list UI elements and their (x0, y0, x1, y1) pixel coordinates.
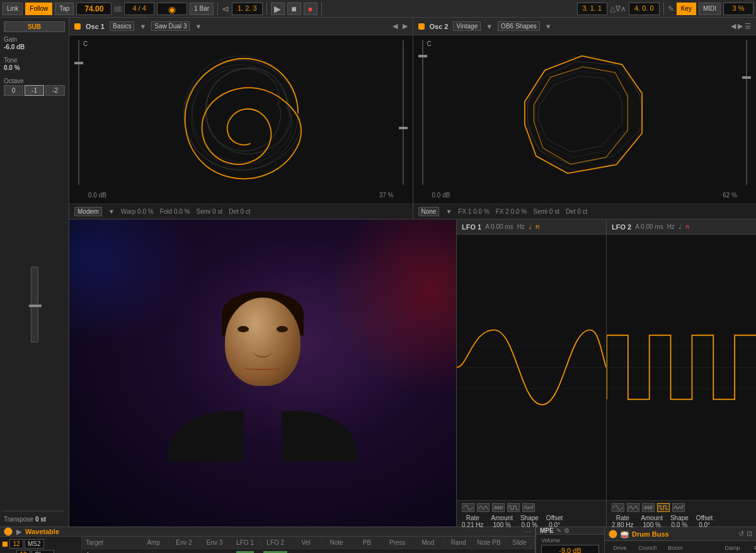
main-content: SUB Gain -6.0 dB Tone 0.0 % Octave 0 -1 … (0, 18, 756, 527)
lfo1-note-icon[interactable]: ♩ (529, 223, 532, 230)
osc1-level-slider[interactable] (74, 40, 83, 185)
wt-preset-num2[interactable]: 12 (16, 550, 30, 553)
lfo1-saw-btn[interactable] (492, 503, 505, 512)
wavetable-title: Wavetable (25, 528, 59, 535)
wt-preset-num1[interactable]: 12 (9, 539, 23, 549)
osc1-warp-arrow[interactable]: ▼ (108, 208, 115, 215)
mod-amp-env2[interactable] (169, 549, 199, 553)
osc1-display[interactable]: C (69, 35, 413, 204)
mod-matrix: Target Amp Env 2 Env 3 LFO 1 LFO 2 Vel N… (82, 537, 535, 553)
mod-amp-notepb[interactable] (474, 549, 504, 553)
midi-button[interactable]: MIDI (699, 3, 721, 15)
mod-note-header: Note (321, 539, 352, 546)
drum-menu-1[interactable]: ↺ (738, 530, 744, 538)
mod-amp-lfo2[interactable]: 50 (261, 549, 291, 553)
mod-amp-note[interactable] (321, 549, 352, 553)
osc2-wavetable[interactable]: OB6 Shapes (498, 21, 540, 31)
lfo2-display[interactable] (607, 235, 756, 500)
lfo2-note-icon[interactable]: ♩ (679, 223, 682, 230)
osc1-arrow[interactable]: ▼ (139, 23, 146, 30)
mod-amp-press[interactable] (382, 549, 413, 553)
arr-back-icon[interactable]: ⊲ (222, 4, 229, 14)
lfo2-square-btn[interactable] (657, 503, 670, 512)
record-button[interactable]: ● (304, 3, 318, 15)
lfo2-sine-btn[interactable] (612, 503, 624, 512)
osc1-next[interactable]: ▶ (403, 22, 408, 30)
sub-slider[interactable] (31, 267, 38, 342)
osc1-db-label: 0.0 dB (88, 192, 106, 199)
osc2-category[interactable]: Vintage (453, 21, 481, 31)
lfo2-saw-btn[interactable] (642, 503, 655, 512)
osc2-pan-slider[interactable] (742, 40, 751, 185)
osc1-warp-mode[interactable]: Modern (74, 207, 102, 216)
lfo1-square-btn[interactable] (507, 503, 520, 512)
lfo1-sine-btn[interactable] (462, 503, 474, 512)
osc2-c-label: C (427, 40, 432, 47)
oct-neg1-button[interactable]: -1 (25, 85, 44, 96)
mod-amp-rand[interactable] (444, 549, 474, 553)
wt-preset-name1[interactable]: MS2 (25, 539, 44, 549)
wavetable-menu[interactable]: ⋯ (525, 528, 531, 535)
stop-button[interactable]: ■ (287, 3, 301, 15)
wavetable-power[interactable] (4, 527, 13, 536)
mod-amp-slide[interactable] (505, 549, 535, 553)
link-button[interactable]: Link (3, 3, 23, 15)
osc2-prev[interactable]: ◀ (731, 22, 736, 30)
osc2-display[interactable]: C (413, 35, 757, 204)
osc2-none-arrow[interactable]: ▼ (445, 208, 452, 215)
osc2-level-slider[interactable] (418, 40, 427, 185)
osc1-wavetable[interactable]: Saw Dual 3 (151, 21, 190, 31)
left-eye (238, 326, 249, 332)
osc1-pan-slider[interactable] (399, 40, 408, 185)
octave-buttons: 0 -1 -2 (4, 85, 65, 96)
wavetable-collapse[interactable]: ▶ (16, 528, 21, 536)
lfo2-r-icon[interactable]: R (685, 224, 690, 230)
mod-amp-lfo1[interactable]: 22 (230, 549, 260, 553)
lfo2-tri-btn[interactable] (627, 503, 639, 512)
osc1-det-val: Det 0 ct (229, 208, 250, 215)
mod-amp-amp[interactable] (139, 549, 169, 553)
follow-button[interactable]: Follow (25, 3, 52, 15)
key-button[interactable]: Key (677, 3, 696, 15)
mod-amp-env3[interactable] (200, 549, 230, 553)
drum-menu-2[interactable]: ⊡ (747, 530, 752, 538)
mpe-settings-icon[interactable]: ⚙ (564, 527, 570, 534)
bar-select[interactable]: 1 Bar (190, 3, 214, 15)
tempo-display[interactable]: 74.00 (76, 3, 112, 15)
oct-0-button[interactable]: 0 (4, 85, 23, 96)
osc2-arrow[interactable]: ▼ (486, 23, 493, 30)
wavetable-body: 12 MS2 → ⊿ 12 Clean (0, 537, 535, 553)
wt-preset-name2[interactable]: Clean (32, 550, 54, 553)
mod-amp-vel[interactable] (291, 549, 321, 553)
lfo1-sample-btn[interactable] (522, 503, 535, 512)
tap-button[interactable]: Tap (55, 3, 74, 15)
osc1-prev[interactable]: ◀ (392, 22, 398, 30)
time-signature[interactable]: 4 / 4 (124, 3, 154, 15)
mod-amp-pb[interactable] (352, 549, 382, 553)
osc1-led[interactable] (74, 23, 81, 30)
oct-neg2-button[interactable]: -2 (45, 85, 65, 96)
osc1-wavetable-arrow[interactable]: ▼ (195, 23, 202, 30)
lfo1-r-icon[interactable]: R (536, 224, 540, 230)
pen-icon[interactable]: ✎ (668, 4, 674, 13)
mpe-volume-label: Volume (541, 537, 599, 544)
osc2-wt-arrow[interactable]: ▼ (545, 23, 552, 30)
mod-target-header: Target (82, 539, 139, 546)
osc2-none-btn[interactable]: None (418, 207, 440, 216)
play-button[interactable]: ▶ (271, 3, 285, 15)
lfo1: LFO 1 A 0.00 ms Hz ♩ R (457, 219, 607, 527)
osc2-led[interactable] (418, 23, 425, 30)
lfo2-sample-btn[interactable] (672, 503, 685, 512)
lfo1-display[interactable] (457, 235, 606, 500)
osc2-menu-icon[interactable]: ☰ (745, 22, 751, 30)
mpe-edit-icon[interactable]: ✎ (556, 527, 561, 534)
osc2-next[interactable]: ▶ (738, 22, 743, 30)
lfo1-tri-btn[interactable] (477, 503, 490, 512)
loop-btn[interactable]: ◉ (157, 3, 187, 15)
transport-pos: 1. 2. 3 (232, 3, 263, 15)
mod-amp-mod[interactable] (413, 549, 444, 553)
drum-power[interactable] (609, 530, 617, 538)
osc1-category[interactable]: Basics (110, 21, 134, 31)
osc2-db-label: 0.0 dB (432, 192, 450, 199)
mpe-volume-val[interactable]: -9.0 dB (541, 545, 599, 553)
